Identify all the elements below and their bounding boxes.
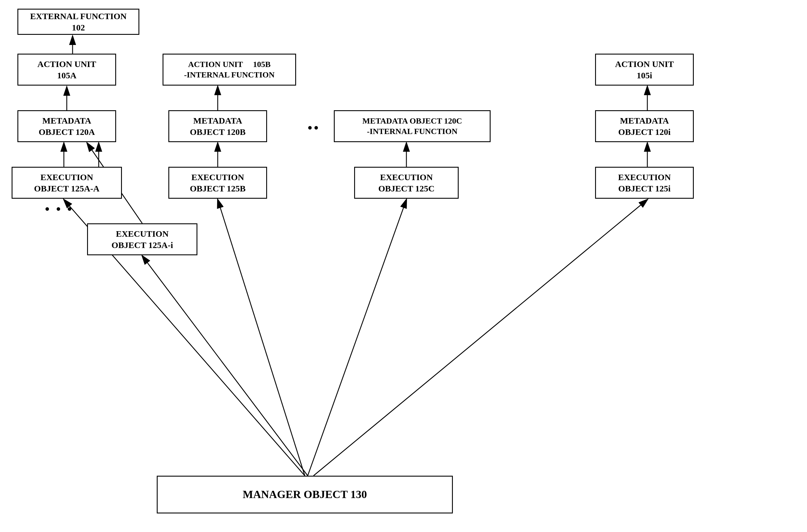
action-unit-105i: ACTION UNIT105i <box>595 54 694 86</box>
svg-line-11 <box>142 256 308 476</box>
metadata-120c: METADATA OBJECT 120C-INTERNAL FUNCTION <box>334 110 491 142</box>
svg-line-13 <box>308 200 406 476</box>
metadata-120a: METADATAOBJECT 120A <box>17 110 116 142</box>
execution-125c: EXECUTIONOBJECT 125C <box>354 167 459 199</box>
svg-line-14 <box>313 200 647 476</box>
execution-125a-i: EXECUTIONOBJECT 125A-i <box>87 223 197 255</box>
execution-125i: EXECUTIONOBJECT 125i <box>595 167 694 199</box>
external-function-102: EXTERNAL FUNCTION 102 <box>17 9 139 35</box>
action-unit-105a: ACTION UNIT105A <box>17 54 116 86</box>
diagram: EXTERNAL FUNCTION 102 ACTION UNIT105A AC… <box>0 0 807 532</box>
metadata-120b: METADATAOBJECT 120B <box>168 110 267 142</box>
execution-125b: EXECUTIONOBJECT 125B <box>168 167 267 199</box>
action-unit-105b: ACTION UNIT 105B-INTERNAL FUNCTION <box>163 54 296 86</box>
svg-line-12 <box>218 200 305 476</box>
dots-metadata-between: •• <box>308 120 320 135</box>
manager-130: MANAGER OBJECT 130 <box>157 476 453 513</box>
metadata-120i: METADATAOBJECT 120i <box>595 110 694 142</box>
execution-125a-a: EXECUTIONOBJECT 125A-A <box>12 167 122 199</box>
dots-execution-125a: • • • <box>45 202 73 216</box>
